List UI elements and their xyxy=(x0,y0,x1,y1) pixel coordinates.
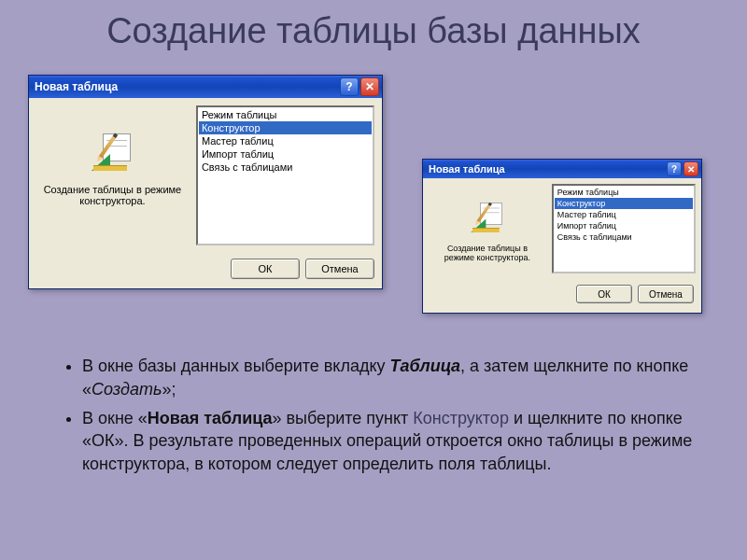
design-mode-icon xyxy=(471,203,503,232)
help-icon[interactable]: ? xyxy=(667,161,682,176)
creation-mode-listbox[interactable]: Режим таблицыКонструкторМастер таблицИмп… xyxy=(196,105,374,245)
new-table-dialog-large: Новая таблица ? ✕ Создание таблицы в реж… xyxy=(28,75,383,289)
instruction-text: В окне базы данных выберите вкладку Табл… xyxy=(62,355,715,482)
list-item[interactable]: Связь с таблицами xyxy=(555,231,693,243)
bullet-item: В окне базы данных выберите вкладку Табл… xyxy=(82,355,715,401)
new-table-dialog-small: Новая таблица ? ✕ Создание таблицы в реж… xyxy=(422,159,702,314)
list-item[interactable]: Мастер таблиц xyxy=(199,134,372,147)
list-item[interactable]: Конструктор xyxy=(555,198,693,209)
left-description-pane: Создание таблицы в режиме конструктора. xyxy=(36,105,189,245)
titlebar[interactable]: Новая таблица ? ✕ xyxy=(423,160,701,178)
bullet-item: В окне «Новая таблица» выберите пункт Ко… xyxy=(82,407,715,476)
help-icon[interactable]: ? xyxy=(340,77,359,96)
left-description-pane: Создание таблицы в режиме конструктора. xyxy=(429,184,546,273)
slide-title: Создание таблицы базы данных xyxy=(0,0,747,51)
list-item[interactable]: Импорт таблиц xyxy=(199,147,372,161)
cancel-button[interactable]: Отмена xyxy=(305,259,374,279)
dialog-title: Новая таблица xyxy=(35,80,118,93)
design-mode-icon xyxy=(92,133,133,171)
titlebar[interactable]: Новая таблица ? ✕ xyxy=(29,76,382,98)
ok-button[interactable]: ОК xyxy=(231,259,300,279)
close-icon[interactable]: ✕ xyxy=(360,77,379,96)
list-item[interactable]: Импорт таблиц xyxy=(555,220,693,231)
creation-mode-listbox[interactable]: Режим таблицыКонструкторМастер таблицИмп… xyxy=(552,184,696,273)
list-item[interactable]: Связь с таблицами xyxy=(199,161,372,174)
ok-button[interactable]: ОК xyxy=(576,285,632,303)
cancel-button[interactable]: Отмена xyxy=(638,285,694,303)
dialog-title: Новая таблица xyxy=(429,163,505,175)
close-icon[interactable]: ✕ xyxy=(684,161,698,176)
left-caption: Создание таблицы в режиме конструктора. xyxy=(42,184,183,206)
list-item[interactable]: Конструктор xyxy=(199,121,372,134)
list-item[interactable]: Мастер таблиц xyxy=(555,209,693,220)
list-item[interactable]: Режим таблицы xyxy=(555,187,693,198)
left-caption: Создание таблицы в режиме конструктора. xyxy=(434,244,541,262)
list-item[interactable]: Режим таблицы xyxy=(199,108,372,121)
